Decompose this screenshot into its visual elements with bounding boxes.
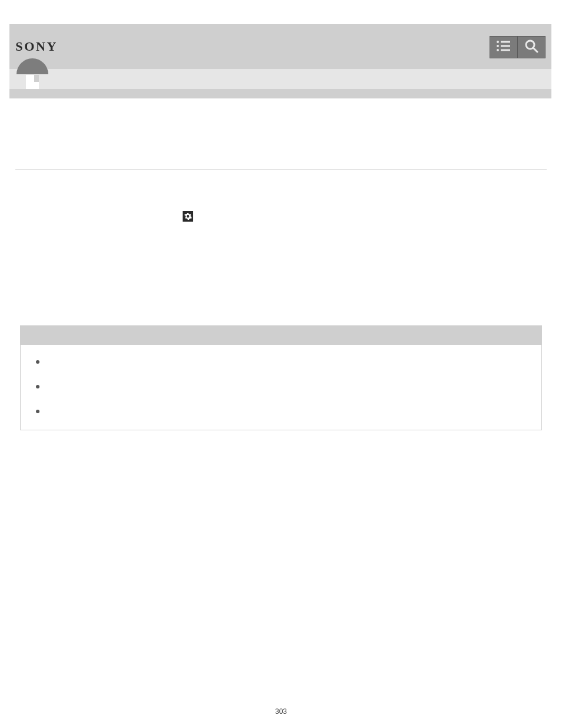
list-icon — [496, 40, 511, 54]
header-bar: SONY — [9, 24, 551, 98]
notes-heading — [21, 326, 541, 345]
menu-button[interactable] — [490, 36, 518, 58]
svg-point-0 — [497, 41, 499, 43]
list-item — [32, 383, 530, 391]
manual-icon — [16, 70, 48, 89]
header-icon-group — [490, 36, 546, 58]
sub-header — [9, 69, 551, 89]
svg-point-4 — [497, 49, 499, 51]
notes-list — [32, 358, 530, 416]
svg-point-2 — [497, 45, 499, 47]
svg-line-7 — [533, 48, 537, 52]
gear-icon — [184, 212, 192, 220]
svg-rect-1 — [501, 41, 510, 43]
sub-header-strip — [9, 89, 551, 98]
svg-rect-5 — [501, 50, 510, 51]
page-number: 303 — [0, 707, 562, 716]
svg-rect-3 — [501, 45, 510, 47]
list-item — [32, 358, 530, 366]
search-icon — [524, 39, 538, 55]
search-button[interactable] — [517, 36, 546, 58]
notes-box — [20, 325, 542, 430]
settings-icon-box — [183, 211, 193, 222]
list-item — [32, 407, 530, 416]
brand-logo: SONY — [15, 39, 58, 54]
